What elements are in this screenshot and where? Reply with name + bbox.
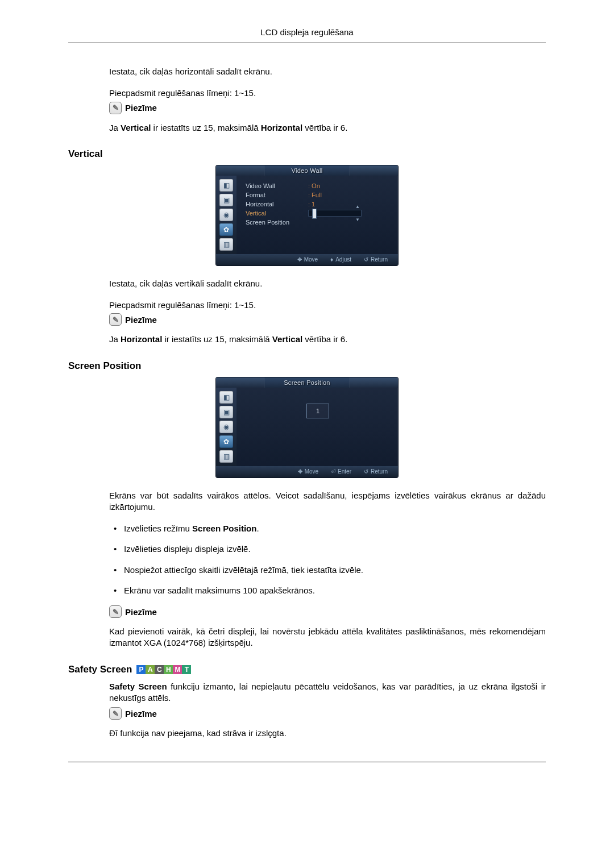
note-row: ✎ Piezīme bbox=[109, 605, 546, 618]
page: LCD displeja regulēšana Iestata, cik daļ… bbox=[0, 0, 614, 868]
osd-row: Horizontal: 1 bbox=[246, 200, 390, 209]
arrow-down-icon: ▼ bbox=[355, 217, 360, 222]
return-icon: ↺ bbox=[364, 256, 368, 263]
osd-side-icon: ◧ bbox=[219, 391, 233, 404]
osd-row-selected: Vertical ▲ ▼ bbox=[246, 209, 390, 218]
osd-side-icon: ◉ bbox=[219, 209, 233, 221]
text-bold: Vertical bbox=[121, 123, 151, 132]
osd-value: : 1 bbox=[308, 201, 315, 207]
paragraph: Piecpadsmit regulēšanas līmeņi: 1~15. bbox=[109, 300, 546, 311]
note-icon: ✎ bbox=[109, 605, 122, 618]
osd-row: Screen Position bbox=[246, 218, 390, 227]
section-body: Iestata, cik daļās horizontāli sadalīt e… bbox=[109, 66, 546, 134]
text: Ja bbox=[109, 334, 121, 344]
osd-side-icon-selected: ✿ bbox=[219, 223, 233, 236]
paragraph: Iestata, cik daļās vertikāli sadalīt ekr… bbox=[109, 278, 546, 289]
osd-row: Video Wall: On bbox=[246, 181, 390, 190]
osd-side-icon: ◉ bbox=[219, 421, 233, 433]
badge-c: C bbox=[155, 665, 164, 674]
osd-value: : On bbox=[308, 182, 320, 189]
note-label: Piezīme bbox=[125, 607, 157, 617]
note-label: Piezīme bbox=[125, 315, 157, 325]
text: Izvēlieties režīmu bbox=[124, 524, 192, 533]
osd-foot-move: ✥Move bbox=[298, 468, 318, 475]
paragraph: Safety Screen funkciju izmanto, lai nepi… bbox=[109, 681, 546, 704]
arrow-up-icon: ▲ bbox=[355, 204, 360, 209]
osd-main: Video Wall: On Format: Full Horizontal: … bbox=[237, 176, 398, 254]
osd-foot-move: ✥Move bbox=[297, 256, 318, 263]
osd-tab-title: Screen Position bbox=[264, 377, 350, 388]
note-label: Piezīme bbox=[125, 103, 157, 113]
text: funkciju izmanto, lai nepieļautu pēcattē… bbox=[109, 682, 546, 703]
paragraph: Piecpadsmit regulēšanas līmeņi: 1~15. bbox=[109, 88, 546, 99]
text: vērtība ir 6. bbox=[302, 334, 347, 344]
adjust-icon: ♦ bbox=[330, 256, 333, 263]
text: Adjust bbox=[335, 256, 351, 263]
text: Move bbox=[305, 468, 318, 475]
osd-menu: Screen Position ◧ ▣ ◉ ✿ ▥ 1 ✥Move ⏎Enter… bbox=[216, 377, 398, 477]
osd-footer: ✥Move ⏎Enter ↺Return bbox=[216, 466, 398, 477]
osd-side-icon: ▥ bbox=[219, 238, 233, 251]
note-text: Kad pievienoti vairāk, kā četri displeji… bbox=[109, 626, 546, 649]
badge-a: A bbox=[146, 665, 155, 674]
osd-slider: ▲ ▼ bbox=[308, 210, 362, 217]
osd-titlebar: Screen Position bbox=[216, 377, 398, 388]
text-bold: Safety Screen bbox=[109, 682, 167, 691]
note-icon: ✎ bbox=[109, 707, 122, 720]
divider bbox=[68, 43, 546, 43]
osd-side-icon-selected: ✿ bbox=[219, 435, 233, 448]
move-icon: ✥ bbox=[297, 256, 302, 263]
note-row: ✎ Piezīme bbox=[109, 313, 546, 326]
section-body: Iestata, cik daļās vertikāli sadalīt ekr… bbox=[109, 278, 546, 346]
osd-value: : Full bbox=[308, 192, 322, 198]
osd-foot-adjust: ♦Adjust bbox=[330, 256, 351, 263]
note-text: Ja Vertical ir iestatīts uz 15, maksimāl… bbox=[109, 122, 546, 134]
badge-group: P A C H M T bbox=[136, 665, 191, 674]
osd-sidebar: ◧ ▣ ◉ ✿ ▥ bbox=[216, 176, 237, 254]
badge-t: T bbox=[182, 665, 191, 674]
osd-sidebar: ◧ ▣ ◉ ✿ ▥ bbox=[216, 388, 237, 466]
text-bold: Vertical bbox=[272, 334, 302, 344]
note-text: Ðî funkcija nav pieejama, kad strâva ir … bbox=[109, 728, 546, 739]
note-row: ✎ Piezīme bbox=[109, 102, 546, 114]
osd-label: Horizontal bbox=[246, 201, 308, 207]
text: ir iestatīts uz 15, maksimālā bbox=[151, 123, 260, 132]
osd-label: Video Wall bbox=[246, 182, 308, 189]
return-icon: ↺ bbox=[364, 468, 368, 475]
note-icon: ✎ bbox=[109, 102, 122, 114]
osd-side-icon: ▣ bbox=[219, 194, 233, 206]
text: ir iestatīts uz 15, maksimālā bbox=[162, 334, 272, 344]
note-row: ✎ Piezīme bbox=[109, 707, 546, 720]
note-icon: ✎ bbox=[109, 313, 122, 326]
text-bold: Screen Position bbox=[192, 524, 256, 533]
osd-foot-enter: ⏎Enter bbox=[331, 468, 351, 475]
badge-h: H bbox=[164, 665, 173, 674]
text: . bbox=[256, 524, 259, 533]
list-item: Nospiežot attiecīgo skaitli izvēlētajā r… bbox=[109, 564, 546, 576]
section-title-screen-position: Screen Position bbox=[68, 360, 546, 372]
text: Return bbox=[371, 256, 388, 263]
osd-row: Format: Full bbox=[246, 190, 390, 200]
section-title-safety-screen: Safety Screen bbox=[68, 664, 132, 675]
osd-titlebar: Video Wall bbox=[216, 165, 398, 176]
text: Return bbox=[371, 468, 388, 475]
text-bold: Horizontal bbox=[261, 123, 302, 132]
osd-label: Screen Position bbox=[246, 219, 308, 226]
move-icon: ✥ bbox=[298, 468, 302, 475]
note-text: Ja Horizontal ir iestatīts uz 15, maksim… bbox=[109, 334, 546, 345]
list-item: Izvēlieties režīmu Screen Position. bbox=[109, 523, 546, 534]
paragraph: Iestata, cik daļās horizontāli sadalīt e… bbox=[109, 66, 546, 77]
osd-side-icon: ◧ bbox=[219, 179, 233, 192]
osd-foot-return: ↺Return bbox=[364, 468, 388, 475]
text: Ja bbox=[109, 123, 121, 132]
divider bbox=[68, 762, 546, 762]
text-bold: Horizontal bbox=[121, 334, 162, 344]
text: vērtība ir 6. bbox=[302, 123, 347, 132]
osd-label: Vertical bbox=[246, 210, 308, 217]
badge-p: P bbox=[136, 665, 146, 674]
section-body: Safety Screen funkciju izmanto, lai nepi… bbox=[109, 681, 546, 740]
text: Move bbox=[304, 256, 318, 263]
bullet-list: Izvēlieties režīmu Screen Position. Izvē… bbox=[109, 523, 546, 596]
osd-label: Format bbox=[246, 192, 308, 198]
osd-position-cell: 1 bbox=[306, 404, 329, 418]
